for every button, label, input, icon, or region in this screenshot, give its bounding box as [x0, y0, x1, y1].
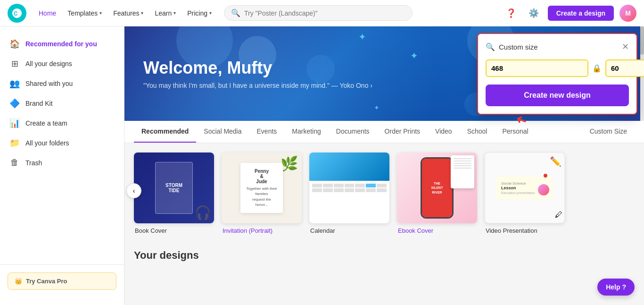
pencil-icon: ✏️ [550, 156, 561, 167]
presenter-avatar [538, 184, 549, 195]
template-thumbnail: Penny&Jude Together with their familiesr… [222, 152, 302, 223]
template-label: Ebook Cover [397, 227, 477, 234]
nav-learn-label: Learn [155, 9, 172, 17]
template-thumbnail [309, 152, 389, 223]
sidebar-item-all-folders[interactable]: 📁 All your folders [0, 133, 124, 153]
sidebar-item-label: Create a team [25, 119, 67, 127]
team-icon: 📊 [9, 118, 20, 128]
lock-icon: 🔒 [592, 64, 602, 73]
svg-text:C: C [14, 10, 18, 17]
tab-social-media[interactable]: Social Media [196, 121, 249, 143]
tab-documents[interactable]: Documents [329, 121, 377, 143]
your-designs-title: Your designs [124, 238, 644, 265]
nav-search-box[interactable]: 🔍 [224, 5, 413, 21]
template-card-book-cover[interactable]: STORMTIDE 🎧 Book Cover [134, 152, 214, 234]
search-icon: 🔍 [231, 8, 240, 17]
try-pro-button[interactable]: 👑 Try Canva Pro [8, 272, 116, 290]
sidebar-item-trash[interactable]: 🗑 Trash [0, 153, 124, 172]
chevron-down-icon: ▾ [99, 10, 102, 16]
prev-button[interactable]: ‹ [126, 183, 141, 198]
templates-section: ‹ STORMTIDE 🎧 Book Cover [124, 143, 644, 238]
templates-row: STORMTIDE 🎧 Book Cover Penny&Jude [124, 143, 644, 238]
template-card-vidpres[interactable]: Social Science Lesson Education presenta… [485, 152, 565, 234]
nav-features[interactable]: Features ▾ [108, 7, 148, 20]
chevron-down-icon: ▾ [141, 10, 143, 16]
tab-video[interactable]: Video [428, 121, 460, 143]
sidebar-item-label: Trash [25, 159, 42, 167]
hero-quote[interactable]: "You may think I'm small, but I have a u… [143, 82, 372, 89]
sidebar-item-label: Brand Kit [25, 100, 53, 107]
home-icon: 🏠 [9, 39, 20, 49]
sidebar-item-shared[interactable]: 👥 Shared with you [0, 74, 124, 93]
notebook [451, 155, 474, 188]
tab-personal[interactable]: Personal [495, 121, 536, 143]
help-button[interactable]: Help ? [597, 279, 635, 296]
avatar[interactable]: M [619, 5, 636, 22]
tab-order-prints[interactable]: Order Prints [377, 121, 428, 143]
custom-size-popup: 🔍 ✕ 468 🔒 60 px ▾ Create new design ➜ [477, 33, 637, 115]
tab-custom-size[interactable]: Custom Size [582, 121, 635, 143]
search-input[interactable] [244, 9, 405, 17]
video-presentation-design: Social Science Lesson Education presenta… [496, 177, 553, 199]
nav-templates-label: Templates [67, 9, 98, 17]
tab-recommended[interactable]: Recommended [134, 121, 196, 143]
template-label: Video Presentation [485, 227, 565, 234]
template-card-ebook[interactable]: THESILENTRIVER [397, 152, 477, 234]
pin-icon [544, 174, 547, 178]
nav-features-label: Features [113, 9, 139, 17]
tab-school[interactable]: School [460, 121, 495, 143]
nav-links: Home Templates ▾ Features ▾ Learn ▾ Pric… [34, 7, 216, 20]
nav-right: ❓ ⚙️ Create a design M [503, 5, 636, 22]
sidebar-item-recommended[interactable]: 🏠 Recommended for you [0, 34, 124, 54]
tab-events[interactable]: Events [249, 121, 285, 143]
tabs-row: Recommended Social Media Events Marketin… [124, 121, 644, 143]
size-inputs: 468 🔒 60 px ▾ [486, 59, 629, 77]
template-thumbnail: Social Science Lesson Education presenta… [485, 152, 565, 223]
popup-header: 🔍 ✕ [486, 42, 629, 52]
hero-text: Welcome, Mufty "You may think I'm small,… [143, 58, 372, 89]
sidebar-item-label: All your designs [25, 60, 72, 68]
book-cover-design: STORMTIDE [155, 162, 193, 214]
custom-size-search-input[interactable] [499, 43, 618, 51]
trash-icon: 🗑 [9, 158, 20, 168]
tab-marketing[interactable]: Marketing [284, 121, 328, 143]
template-label: Invitation (Portrait) [222, 227, 302, 234]
sidebar-item-all-designs[interactable]: ⊞ All your designs [0, 54, 124, 74]
top-nav: C Home Templates ▾ Features ▾ Learn ▾ Pr… [0, 0, 644, 26]
height-input[interactable]: 60 [605, 59, 644, 77]
create-design-button[interactable]: Create a design [548, 6, 614, 21]
brand-icon: 🔷 [9, 98, 20, 109]
width-input[interactable]: 468 [486, 59, 588, 77]
canva-logo[interactable]: C [8, 4, 26, 23]
ebook-phone: THESILENTRIVER [421, 157, 454, 219]
sidebar-item-label: Recommended for you [25, 40, 97, 48]
scrollbar-thumb[interactable] [640, 26, 644, 55]
chevron-down-icon: ▾ [209, 10, 212, 16]
close-popup-button[interactable]: ✕ [622, 42, 629, 52]
template-card-calendar[interactable]: Calendar [309, 152, 389, 234]
create-new-design-button[interactable]: Create new design [486, 85, 629, 106]
headphone-icon: 🎧 [195, 205, 211, 220]
pencil-icon-2: 🖊 [555, 211, 562, 219]
template-thumbnail: THESILENTRIVER [397, 152, 477, 223]
nav-home[interactable]: Home [34, 7, 61, 20]
calendar-image [309, 152, 389, 181]
sidebar-item-create-team[interactable]: 📊 Create a team [0, 113, 124, 133]
nav-templates[interactable]: Templates ▾ [63, 7, 107, 20]
nav-learn[interactable]: Learn ▾ [150, 7, 181, 20]
crown-icon: 👑 [15, 278, 22, 285]
template-label: Book Cover [134, 227, 214, 234]
template-card-invitation[interactable]: Penny&Jude Together with their familiesr… [222, 152, 302, 234]
help-icon-btn[interactable]: ❓ [503, 5, 520, 22]
grid-icon: ⊞ [9, 59, 20, 69]
nav-pricing[interactable]: Pricing ▾ [182, 7, 216, 20]
invitation-design: Penny&Jude Together with their familiesr… [240, 163, 283, 213]
sidebar-item-brand[interactable]: 🔷 Brand Kit [0, 93, 124, 113]
hero-title: Welcome, Mufty [143, 58, 372, 78]
search-icon: 🔍 [486, 42, 495, 51]
sidebar-item-label: Shared with you [25, 80, 73, 87]
template-thumbnail: STORMTIDE 🎧 [134, 152, 214, 223]
template-label: Calendar [309, 227, 389, 234]
folder-icon: 📁 [9, 138, 20, 148]
settings-icon-btn[interactable]: ⚙️ [525, 5, 542, 22]
